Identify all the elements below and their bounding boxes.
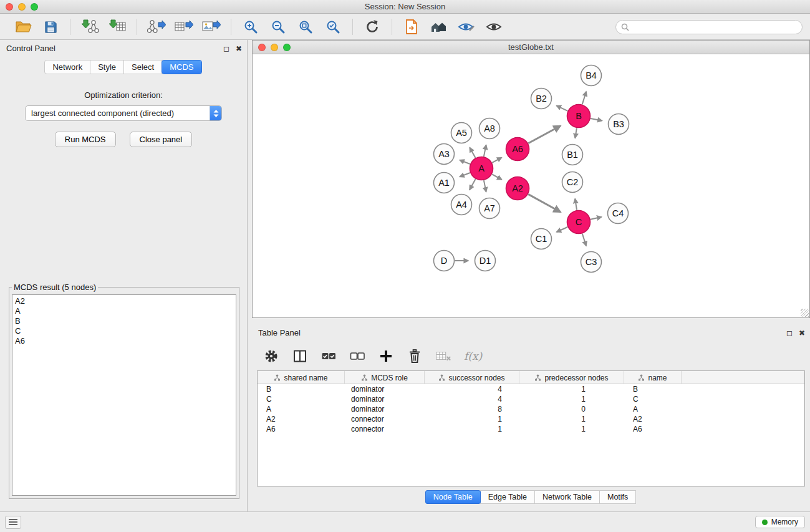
table-cell[interactable]: 1	[519, 414, 624, 424]
graph-node-A2[interactable]: A2	[506, 177, 529, 200]
graph-node-C4[interactable]: C4	[608, 203, 629, 224]
table-row[interactable]: Bdominator41B	[258, 384, 804, 394]
graph-edge-A2-C[interactable]	[528, 194, 561, 212]
graph-node-A[interactable]: A	[470, 157, 493, 180]
delete-column-button[interactable]	[407, 348, 423, 364]
tab-edge-table[interactable]: Edge Table	[480, 490, 535, 504]
task-history-button[interactable]	[5, 516, 21, 529]
graph-edge-A-A5[interactable]	[470, 148, 475, 158]
graph-edge-C-C2[interactable]	[575, 199, 577, 210]
tab-mcds[interactable]: MCDS	[162, 60, 201, 74]
mcds-result-item[interactable]: A	[15, 306, 233, 316]
table-cell[interactable]: C	[624, 394, 682, 404]
graph-node-A3[interactable]: A3	[434, 144, 455, 165]
graph-edge-B-B3[interactable]	[591, 118, 602, 121]
show-columns-button[interactable]	[292, 348, 308, 364]
graph-node-B[interactable]: B	[567, 105, 591, 128]
column-header-mcds-role[interactable]: MCDS role	[345, 371, 425, 384]
search-field[interactable]	[615, 20, 803, 34]
network-canvas[interactable]: B4B2BB3A8A5A6A3B1AC2A1A2A4A7C4CC1DD1C3	[253, 54, 809, 317]
graph-node-C3[interactable]: C3	[581, 252, 602, 273]
zoom-fit-button[interactable]	[296, 17, 315, 36]
open-document-button[interactable]	[402, 17, 421, 36]
save-session-button[interactable]	[41, 17, 60, 36]
table-cell[interactable]: dominator	[345, 394, 425, 404]
table-cell[interactable]: B	[258, 384, 345, 394]
graph-node-A6[interactable]: A6	[506, 138, 529, 161]
network-minimize-button[interactable]	[271, 44, 278, 51]
column-header-successor-nodes[interactable]: successor nodes	[425, 371, 519, 384]
close-panel-icon[interactable]: ✖	[236, 40, 242, 57]
tab-select[interactable]: Select	[123, 60, 162, 74]
window-resize-grip[interactable]	[801, 309, 809, 317]
node-table[interactable]: shared nameMCDS rolesuccessor nodesprede…	[257, 370, 805, 486]
graph-node-D1[interactable]: D1	[475, 251, 496, 271]
tab-network[interactable]: Network	[44, 60, 90, 74]
float-table-panel-icon[interactable]: ◻	[786, 324, 793, 342]
table-row[interactable]: Adominator80A	[258, 404, 804, 414]
table-cell[interactable]: 1	[519, 424, 624, 434]
import-table-button[interactable]	[108, 17, 127, 36]
column-header-predecessor-nodes[interactable]: predecessor nodes	[519, 371, 624, 384]
table-cell[interactable]: A6	[258, 424, 345, 434]
zoom-in-button[interactable]	[241, 17, 260, 36]
export-image-button[interactable]	[202, 17, 221, 36]
table-cell[interactable]: 4	[425, 384, 519, 394]
close-table-panel-icon[interactable]: ✖	[799, 324, 805, 342]
tab-style[interactable]: Style	[90, 60, 124, 74]
network-zoom-button[interactable]	[283, 44, 291, 51]
close-window-button[interactable]	[6, 3, 13, 11]
search-input[interactable]	[632, 22, 797, 32]
export-network-button[interactable]	[147, 17, 166, 36]
graph-node-B2[interactable]: B2	[531, 89, 552, 109]
mcds-result-item[interactable]: C	[15, 326, 233, 336]
network-window-titlebar[interactable]: testGlobe.txt	[253, 41, 809, 54]
graph-node-C2[interactable]: C2	[562, 172, 583, 193]
graph-node-D[interactable]: D	[434, 251, 455, 271]
table-row[interactable]: Cdominator41C	[258, 394, 804, 404]
table-cell[interactable]: 0	[519, 404, 624, 414]
network-graph[interactable]: B4B2BB3A8A5A6A3B1AC2A1A2A4A7C4CC1DD1C3	[253, 54, 809, 317]
graph-node-A4[interactable]: A4	[451, 195, 472, 215]
zoom-window-button[interactable]	[31, 3, 38, 11]
table-cell[interactable]: C	[258, 394, 345, 404]
table-row[interactable]: A6connector11A6	[258, 424, 804, 434]
table-cell[interactable]: B	[624, 384, 682, 394]
graph-edge-C-C1[interactable]	[557, 227, 568, 232]
tab-node-table[interactable]: Node Table	[425, 490, 481, 504]
graph-edge-A-A1[interactable]	[460, 173, 470, 177]
close-panel-button[interactable]: Close panel	[130, 132, 193, 147]
export-table-button[interactable]	[175, 17, 193, 36]
graphics-details-button[interactable]	[457, 17, 476, 36]
open-session-button[interactable]	[14, 17, 32, 36]
table-cell[interactable]: dominator	[345, 384, 425, 394]
column-header-name[interactable]: name	[624, 371, 682, 384]
graph-node-A8[interactable]: A8	[480, 118, 500, 139]
table-cell[interactable]: 8	[425, 404, 519, 414]
graph-edge-A-A3[interactable]	[460, 160, 470, 164]
graph-node-B4[interactable]: B4	[581, 65, 602, 86]
graph-edge-A-A8[interactable]	[484, 145, 486, 157]
graph-node-A1[interactable]: A1	[434, 173, 455, 193]
function-builder-button[interactable]: f(x)	[464, 350, 482, 362]
table-row[interactable]: A2connector11A2	[258, 414, 804, 424]
table-cell[interactable]: 1	[519, 384, 624, 394]
graph-edge-A6-B[interactable]	[528, 126, 561, 143]
dropdown-stepper[interactable]	[210, 105, 221, 121]
graph-node-C[interactable]: C	[567, 211, 591, 234]
show-hide-button[interactable]	[485, 17, 503, 36]
run-mcds-button[interactable]: Run MCDS	[55, 132, 116, 147]
refresh-layout-button[interactable]	[363, 17, 382, 36]
graph-node-C1[interactable]: C1	[531, 229, 552, 249]
tab-motifs[interactable]: Motifs	[599, 490, 636, 504]
delete-table-button[interactable]	[435, 348, 451, 364]
graph-node-B3[interactable]: B3	[609, 114, 629, 135]
select-all-button[interactable]	[321, 348, 337, 364]
graph-edge-C-C4[interactable]	[591, 217, 602, 220]
optimization-criterion-dropdown[interactable]: largest connected component (directed)	[25, 105, 222, 121]
table-cell[interactable]: A	[624, 404, 682, 414]
zoom-selected-button[interactable]	[324, 17, 342, 36]
float-panel-icon[interactable]: ◻	[223, 40, 229, 57]
table-cell[interactable]: connector	[345, 424, 425, 434]
graph-edge-A-A2[interactable]	[492, 174, 502, 180]
